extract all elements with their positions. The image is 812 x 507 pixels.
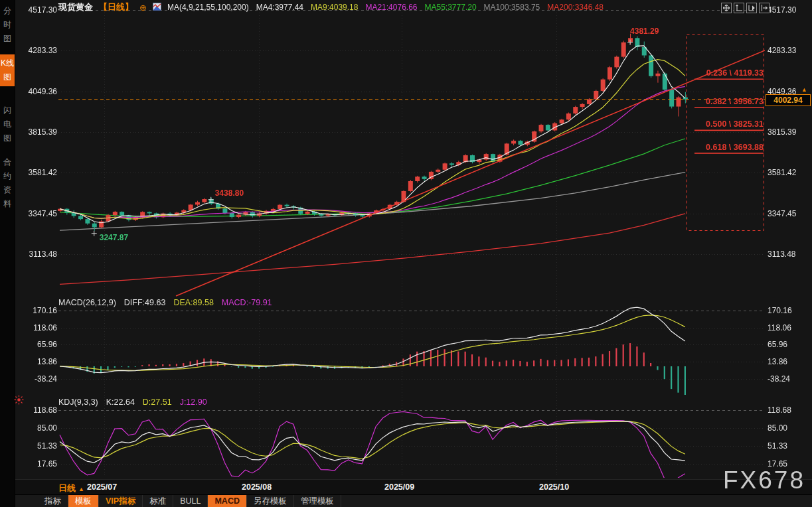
left-sidebar: 分时图K线图闪电图合约资料 [0, 0, 15, 507]
mini-chart-icon[interactable] [153, 3, 161, 13]
bottom-tab-7[interactable]: 管理模板 [294, 495, 341, 507]
ma-readouts: MA(4,9,21,55,100,200)MA4:3977.44MA9:4039… [167, 3, 604, 12]
macd-axis-label: -38.24 [768, 374, 807, 384]
ma-value: MA21:4076.66 [365, 3, 417, 12]
chart-toolbar [721, 3, 770, 13]
kdj-axis-label: 118.68 [768, 405, 807, 415]
y-axis-label: 4283.33 [768, 46, 807, 55]
price-annotation: 3438.80 [215, 188, 244, 198]
ma-value: MA100:3583.75 [484, 3, 540, 12]
period-label: 日线 [58, 483, 76, 493]
macd-axis-label: 118.06 [768, 323, 807, 332]
kdj-j-value: J:12.90 [180, 398, 207, 407]
price-up-arrow-icon: ▲ [801, 86, 807, 93]
kdj-axis-label: 51.33 [768, 441, 807, 451]
chart-header: 现货黄金 【日线】 ⊕ MA(4,9,21,55,100,200)MA4:397… [58, 1, 604, 13]
y-axis-label: 3113.48 [17, 250, 57, 259]
kdj-d-value: D:27.51 [143, 398, 172, 407]
y-axis-label: 3113.48 [768, 250, 807, 259]
sidebar-item-0[interactable]: 分时图 [0, 4, 15, 46]
time-axis-strip: 日线▲ 2025/072025/082025/092025/10 [0, 479, 812, 495]
time-axis-label: 2025/10 [539, 482, 569, 492]
bottom-tab-bar: 指标模板VIP指标标准BULLMACD另存模板管理模板 [0, 494, 812, 507]
kdj-axis-label: 17.65 [17, 459, 57, 469]
time-axis-label: 2025/07 [87, 482, 117, 492]
triangle-up-icon: ▲ [78, 486, 84, 492]
time-axis-label: 2025/08 [242, 482, 272, 492]
fib-level-label: 0.500 \ 3825.31 [701, 119, 764, 129]
sidebar-item-2[interactable]: 闪电图 [0, 104, 15, 145]
period-selector[interactable]: 日线▲ [58, 482, 84, 494]
expand-vertical-icon[interactable] [734, 3, 744, 13]
kdj-k-value: K:22.64 [106, 398, 135, 407]
y-axis-label: 3581.42 [17, 168, 57, 177]
fib-level-label: 0.236 \ 4119.33 [701, 68, 764, 78]
y-axis-label: 3347.45 [768, 209, 807, 218]
y-axis-label: 3581.42 [768, 168, 807, 177]
price-chart-canvas[interactable] [0, 0, 812, 507]
y-axis-label: 3347.45 [17, 209, 57, 218]
macd-axis-label: 65.96 [768, 340, 807, 349]
bottom-tab-6[interactable]: 另存模板 [247, 495, 294, 507]
last-price-box: 4002.94 [766, 94, 811, 106]
period-tag: 【日线】 [99, 1, 133, 13]
sidebar-item-3[interactable]: 合约资料 [0, 155, 15, 211]
ma-value: MA55:3777.20 [425, 3, 477, 12]
kdj-axis-label: 85.00 [17, 423, 57, 433]
bottom-tab-3[interactable]: 标准 [143, 495, 173, 507]
sidebar-item-1[interactable]: K线图 [0, 54, 15, 86]
bottom-tab-5[interactable]: MACD [208, 495, 247, 507]
price-annotation: 3247.87 [100, 233, 128, 242]
bottom-tab-0[interactable]: 指标 [38, 495, 68, 507]
y-axis-label: 4049.36 [17, 87, 57, 96]
y-axis-label: 4517.30 [768, 5, 807, 15]
ma-value: MA9:4039.18 [311, 3, 358, 12]
bottom-tab-2[interactable]: VIP指标 [99, 495, 143, 507]
watermark: FX678 [723, 467, 805, 494]
macd-axis-label: 13.86 [17, 357, 57, 366]
alert-burst-icon[interactable] [14, 395, 24, 407]
trading-app-window: 分时图K线图闪电图合约资料 现货黄金 【日线】 ⊕ MA(4,9,21,55,1… [0, 0, 812, 507]
expand-horizontal-icon[interactable] [746, 3, 757, 13]
macd-axis-label: -38.24 [17, 374, 57, 384]
pan-move-icon[interactable] [721, 3, 732, 13]
kdj-axis-label: 85.00 [768, 423, 807, 433]
bottom-tab-4[interactable]: BULL [173, 495, 208, 507]
macd-diff-value: DIFF:49.63 [124, 298, 166, 307]
bottom-tab-1[interactable]: 模板 [68, 495, 99, 507]
price-annotation: 4381.29 [630, 27, 659, 36]
time-axis-label: 2025/09 [384, 482, 414, 492]
symbol-name: 现货黄金 [58, 1, 93, 13]
macd-title: MACD(26,12,9) [58, 298, 116, 307]
macd-axis-label: 170.16 [17, 306, 57, 315]
y-axis-label: 4283.33 [17, 46, 57, 55]
y-axis-label: 4517.30 [17, 5, 57, 15]
macd-axis-label: 118.06 [17, 323, 57, 332]
macd-dea-value: DEA:89.58 [173, 298, 213, 307]
kdj-title: KDJ(9,3,3) [58, 398, 98, 407]
macd-axis-label: 170.16 [768, 306, 807, 315]
shift-right-icon[interactable] [759, 3, 770, 13]
ma-value: MA200:3346.48 [547, 3, 604, 12]
fib-level-label: 0.618 \ 3693.88 [701, 143, 764, 152]
macd-axis-label: 13.86 [768, 357, 807, 366]
ma-value: MA4:3977.44 [256, 3, 303, 12]
y-axis-label: 3815.39 [17, 127, 57, 137]
fib-level-label: 0.382 \ 3956.73 [701, 97, 764, 106]
macd-axis-label: 65.96 [17, 340, 57, 349]
macd-panel-header: MACD(26,12,9) DIFF:49.63 DEA:89.58 MACD:… [58, 298, 272, 307]
circle-plus-icon[interactable]: ⊕ [139, 3, 147, 12]
kdj-panel-header: KDJ(9,3,3) K:22.64 D:27.51 J:12.90 [58, 398, 207, 407]
kdj-axis-label: 51.33 [17, 441, 57, 451]
y-axis-label: 3815.39 [768, 127, 807, 137]
macd-macd-value: MACD:-79.91 [222, 298, 272, 307]
ma-settings-label: MA(4,9,21,55,100,200) [167, 3, 249, 12]
